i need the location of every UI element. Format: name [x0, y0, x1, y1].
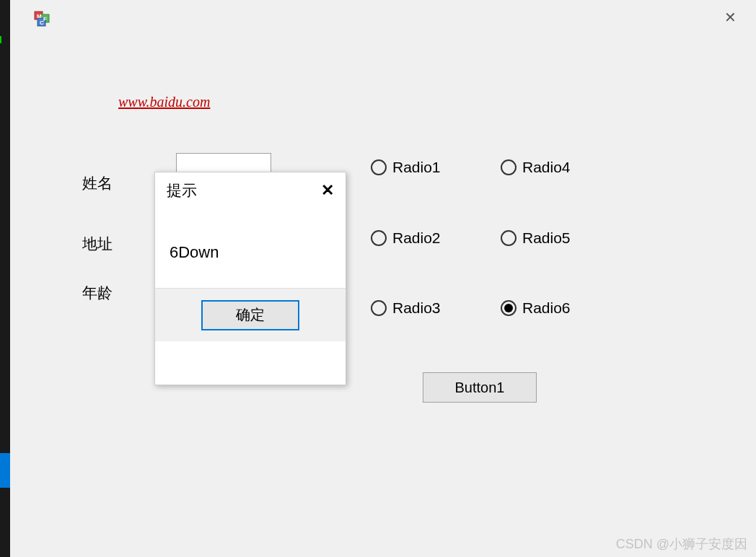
close-icon: ✕	[321, 181, 334, 199]
radio-icon	[371, 230, 387, 246]
message-box-titlebar: 提示 ✕	[155, 172, 346, 209]
message-box-footer: 确定	[155, 288, 346, 341]
radio-icon	[501, 159, 517, 175]
radio-label: Radio2	[392, 229, 441, 247]
radio-icon	[501, 230, 517, 246]
message-box-body: 6Down	[155, 209, 346, 288]
radio-label: Radio1	[392, 159, 441, 176]
titlebar: M F C ✕	[10, 0, 756, 35]
svg-text:C: C	[40, 19, 44, 26]
radio-icon	[371, 159, 387, 175]
message-box-text: 6Down	[170, 243, 219, 261]
radio-5[interactable]: Radio5	[501, 229, 571, 247]
label-name: 姓名	[82, 173, 113, 193]
ok-label: 确定	[236, 305, 265, 325]
radio-1[interactable]: Radio1	[371, 159, 441, 176]
label-address: 地址	[82, 234, 113, 254]
main-window: M F C ✕ www.baidu.com 姓名 地址 年龄 Radio1 Ra…	[10, 0, 756, 557]
message-box-close-button[interactable]: ✕	[321, 181, 334, 200]
radio-3[interactable]: Radio3	[371, 299, 441, 317]
button-label: Button1	[455, 380, 505, 396]
radio-label: Radio5	[522, 229, 571, 247]
svg-text:M: M	[37, 13, 42, 19]
close-icon: ✕	[724, 9, 737, 26]
editor-left-strip-blue	[0, 453, 10, 488]
message-box-title: 提示	[167, 180, 197, 201]
radio-icon-selected	[501, 300, 517, 316]
message-box: 提示 ✕ 6Down 确定	[154, 172, 346, 385]
mfc-icon: M F C	[33, 10, 50, 27]
radio-2[interactable]: Radio2	[371, 229, 441, 247]
window-close-button[interactable]: ✕	[713, 3, 747, 32]
radio-icon	[371, 300, 387, 316]
radio-label: Radio3	[392, 299, 441, 317]
radio-4[interactable]: Radio4	[501, 159, 571, 176]
radio-6[interactable]: Radio6	[501, 299, 571, 317]
baidu-link[interactable]: www.baidu.com	[118, 94, 210, 110]
label-age: 年龄	[82, 283, 113, 303]
radio-label: Radio6	[522, 299, 571, 317]
csdn-watermark: CSDN @小狮子安度因	[616, 535, 747, 553]
message-box-ok-button[interactable]: 确定	[201, 300, 299, 330]
button-1[interactable]: Button1	[423, 372, 537, 403]
radio-label: Radio4	[522, 159, 571, 176]
